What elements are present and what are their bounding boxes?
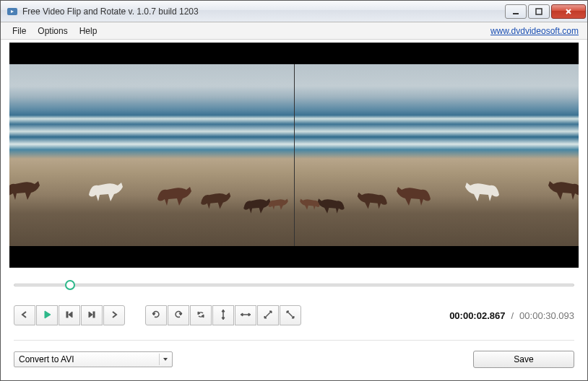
menu-help[interactable]: Help xyxy=(74,24,103,38)
arrow-left-icon xyxy=(20,310,30,322)
svg-rect-10 xyxy=(93,312,95,318)
playback-group xyxy=(14,305,125,325)
content-area: 00:00:02.867 / 00:00:30.093 Convert to A… xyxy=(1,40,587,380)
titlebar: Free Video Flip and Rotate v. 1.0.7 buil… xyxy=(1,1,587,22)
flip-horizontal-button[interactable] xyxy=(235,305,256,325)
minimize-button[interactable] xyxy=(505,4,527,19)
svg-marker-12 xyxy=(179,313,182,315)
arrow-right-icon xyxy=(109,310,119,322)
step-forward-icon xyxy=(87,310,97,322)
prev-button[interactable] xyxy=(14,305,35,325)
divider xyxy=(14,340,574,341)
rotate-cw-icon xyxy=(173,310,183,322)
play-icon xyxy=(42,310,52,322)
app-icon xyxy=(7,6,18,17)
slider-thumb[interactable] xyxy=(65,280,75,290)
bottom-row: Convert to AVI Save xyxy=(9,351,579,368)
save-button[interactable]: Save xyxy=(473,351,574,368)
svg-line-24 xyxy=(287,312,293,318)
flip-diagonal1-button[interactable] xyxy=(257,305,279,325)
svg-marker-19 xyxy=(241,313,243,316)
site-link[interactable]: www.dvdvideosoft.com xyxy=(490,26,581,36)
format-select[interactable]: Convert to AVI xyxy=(14,351,173,367)
menu-options[interactable]: Options xyxy=(32,24,73,38)
flip-vertical-icon xyxy=(218,310,228,322)
flip-diagonal2-button[interactable] xyxy=(280,305,301,325)
svg-marker-11 xyxy=(152,313,155,315)
flip-diag2-icon xyxy=(285,310,295,322)
time-display: 00:00:02.867 / 00:00:30.093 xyxy=(449,310,574,321)
timeline-slider[interactable] xyxy=(9,278,579,292)
frame-forward-button[interactable] xyxy=(81,305,103,325)
time-separator: / xyxy=(511,310,514,321)
chevron-down-icon xyxy=(159,354,170,365)
video-original xyxy=(9,43,294,268)
svg-rect-7 xyxy=(66,312,68,318)
rotate-ccw-button[interactable] xyxy=(145,305,167,325)
svg-line-21 xyxy=(265,312,271,318)
frame-back-button[interactable] xyxy=(59,305,80,325)
maximize-button[interactable] xyxy=(528,4,550,19)
svg-marker-17 xyxy=(222,318,225,320)
transform-group xyxy=(145,305,301,325)
video-divider xyxy=(294,64,295,246)
window-title: Free Video Flip and Rotate v. 1.0.7 buil… xyxy=(22,6,505,17)
rotate-ccw-icon xyxy=(151,310,161,322)
svg-marker-20 xyxy=(248,313,251,316)
svg-marker-9 xyxy=(89,312,92,318)
next-button[interactable] xyxy=(103,305,125,325)
rotate-180-icon xyxy=(196,310,206,322)
svg-marker-16 xyxy=(222,310,225,312)
svg-marker-27 xyxy=(163,358,168,361)
app-window: Free Video Flip and Rotate v. 1.0.7 buil… xyxy=(0,0,588,381)
rotate-cw-button[interactable] xyxy=(168,305,189,325)
window-controls xyxy=(505,4,586,19)
svg-marker-8 xyxy=(69,312,72,318)
time-current: 00:00:02.867 xyxy=(449,310,505,321)
flip-diag1-icon xyxy=(263,310,273,322)
svg-marker-6 xyxy=(45,311,51,318)
rotate-180-button[interactable] xyxy=(190,305,212,325)
step-back-icon xyxy=(64,310,74,322)
play-button[interactable] xyxy=(36,305,58,325)
menu-file[interactable]: File xyxy=(7,24,32,38)
video-preview xyxy=(9,43,579,268)
svg-rect-3 xyxy=(536,9,542,14)
flip-horizontal-icon xyxy=(241,310,251,322)
format-select-value: Convert to AVI xyxy=(19,354,74,364)
close-button[interactable] xyxy=(551,4,586,19)
menubar: File Options Help www.dvdvideosoft.com xyxy=(1,22,587,40)
save-button-label: Save xyxy=(514,354,533,364)
controls-row: 00:00:02.867 / 00:00:30.093 xyxy=(9,305,579,325)
video-flipped xyxy=(294,43,579,268)
time-total: 00:00:30.093 xyxy=(519,310,574,321)
flip-vertical-button[interactable] xyxy=(212,305,234,325)
